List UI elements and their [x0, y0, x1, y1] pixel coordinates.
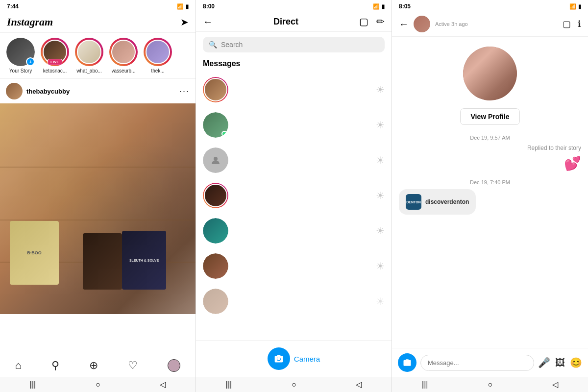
recent-btn-feed[interactable]: ◁ [160, 380, 166, 389]
chat-input-icons: 🎤 🖼 😊 [538, 357, 582, 368]
home-btn-feed[interactable]: ○ [96, 380, 100, 389]
chat-message-input[interactable] [420, 355, 534, 371]
chat-camera-btn[interactable] [398, 353, 416, 372]
profile-pic-image [463, 47, 517, 100]
mic-icon[interactable]: 🎤 [538, 357, 550, 368]
msg-camera-5[interactable]: ☀ [376, 225, 385, 237]
video-icon-chat[interactable]: ▢ [563, 19, 571, 29]
back-arrow-direct[interactable]: ← [203, 16, 213, 27]
compose-icon-direct[interactable]: ✏ [376, 16, 385, 27]
message-item-7[interactable]: ☀ [196, 284, 392, 319]
instagram-logo: Instagram [7, 16, 53, 28]
camera-btn-direct[interactable] [268, 347, 290, 370]
profile-nav-btn[interactable] [168, 359, 180, 372]
post-user[interactable]: thebabycubby [6, 83, 70, 99]
post-more-btn[interactable]: ··· [179, 86, 190, 97]
message-item-1[interactable]: ☀ [196, 72, 392, 107]
msg-info-2 [234, 118, 370, 133]
view-profile-button[interactable]: View Profile [460, 108, 519, 125]
home-btn-chat[interactable]: ○ [488, 380, 492, 389]
story-item-4[interactable]: vasseurb... [109, 38, 138, 74]
home-btn-direct[interactable]: ○ [292, 380, 296, 389]
message-item-2[interactable]: ☀ [196, 107, 392, 143]
msg-avatar-ring-1 [203, 77, 228, 102]
msg-avatar-1 [203, 77, 228, 102]
message-item-5[interactable]: ☀ [196, 213, 392, 248]
message-item-4[interactable]: ☀ [196, 178, 392, 213]
message-item-3[interactable]: ☀ [196, 143, 392, 178]
chat-profile-pic [463, 47, 517, 100]
post-username: thebabycubby [26, 88, 70, 95]
filter-icon[interactable]: ➤ [180, 16, 189, 28]
msg-camera-1[interactable]: ☀ [376, 84, 385, 96]
msg-info-6 [234, 259, 370, 274]
status-time-chat: 8:05 [399, 3, 411, 10]
back-btn-feed[interactable]: ||| [30, 380, 36, 389]
add-story-btn[interactable]: + [26, 57, 35, 66]
info-icon-chat[interactable]: ℹ [578, 19, 581, 29]
msg-camera-7[interactable]: ☀ [376, 295, 385, 307]
story-label-4: vasseurb... [112, 68, 136, 74]
battery-icon-c: ▮ [578, 3, 581, 10]
feed-header: Instagram ➤ [0, 12, 196, 33]
camera-icon [274, 354, 284, 364]
add-nav-btn[interactable]: ⊕ [89, 359, 98, 372]
heart-nav-btn[interactable]: ♡ [128, 359, 138, 372]
search-input[interactable] [221, 41, 379, 49]
direct-panel: 8:00 📶 ▮ ← Direct ▢ ✏ 🔍 Messages [196, 0, 392, 392]
discover-bubble: DENTON discoverdenton [399, 189, 476, 215]
search-bar[interactable]: 🔍 [203, 37, 385, 52]
msg-avatar-ring-4 [203, 183, 228, 208]
recent-btn-chat[interactable]: ◁ [552, 380, 558, 389]
story-item-3[interactable]: what_abo... [74, 38, 104, 74]
back-btn-chat[interactable]: ||| [422, 380, 428, 389]
message-item-6[interactable]: ☀ [196, 248, 392, 284]
status-time-direct: 8:00 [203, 3, 215, 10]
story-inner-5 [146, 40, 170, 64]
direct-header: ← Direct ▢ ✏ [196, 12, 392, 32]
msg-camera-4[interactable]: ☀ [376, 190, 385, 201]
stories-row: + Your Story LIVE ketosnac... what_abo..… [0, 33, 196, 79]
msg-avatar-5 [203, 218, 228, 244]
discover-name: discoverdenton [425, 198, 469, 205]
msg-avatar-inner-5 [203, 218, 228, 244]
image-icon[interactable]: 🖼 [555, 357, 565, 368]
msg-name-3 [234, 153, 370, 160]
msg-info-3 [234, 153, 370, 168]
home-nav-btn[interactable]: ⌂ [15, 359, 22, 372]
story-inner-3 [77, 40, 101, 64]
msg-camera-2[interactable]: ☀ [376, 119, 385, 131]
story-avatar-wrap-4 [109, 38, 138, 66]
msg-preview-6 [234, 267, 370, 274]
msg-camera-3[interactable]: ☀ [376, 154, 385, 166]
msg-name-6 [234, 259, 370, 266]
story-item-5[interactable]: thek... [143, 38, 172, 74]
live-badge: LIVE [48, 59, 62, 65]
chat-header: ← Active 3h ago ▢ ℹ [392, 12, 588, 37]
search-nav-btn[interactable]: ⚲ [51, 359, 59, 372]
bottom-nav: ⌂ ⚲ ⊕ ♡ [0, 354, 196, 377]
chat-body: View Profile Dec 19, 9:57 AM Replied to … [392, 37, 588, 348]
msg-info-5 [234, 223, 370, 239]
chat-camera-icon [403, 358, 412, 367]
msg-avatar-4 [203, 183, 228, 208]
story-item-yours[interactable]: + Your Story [6, 38, 35, 74]
discover-logo: DENTON [406, 194, 421, 210]
direct-header-icons: ▢ ✏ [359, 16, 385, 27]
status-bar-feed: 7:44 📶 ▮ [0, 0, 196, 12]
svg-point-1 [277, 357, 280, 361]
msg-avatar-5-wrap [203, 218, 228, 244]
back-btn-direct[interactable]: ||| [226, 380, 232, 389]
recent-btn-direct[interactable]: ◁ [356, 380, 362, 389]
back-arrow-chat[interactable]: ← [399, 19, 409, 30]
emoji-picker-icon[interactable]: 😊 [570, 357, 582, 368]
chat-timestamp-1: Dec 19, 9:57 AM [470, 135, 510, 141]
video-icon-direct[interactable]: ▢ [359, 16, 368, 27]
wifi-icon-d: 📶 [373, 3, 380, 10]
status-icons-feed: 📶 ▮ [177, 3, 189, 10]
camera-footer[interactable]: Camera [196, 340, 392, 377]
chat-input-row: 🎤 🖼 😊 [392, 348, 588, 377]
msg-camera-6[interactable]: ☀ [376, 260, 385, 272]
story-ring-5 [144, 38, 172, 66]
story-item-2[interactable]: LIVE ketosnac... [40, 38, 70, 74]
